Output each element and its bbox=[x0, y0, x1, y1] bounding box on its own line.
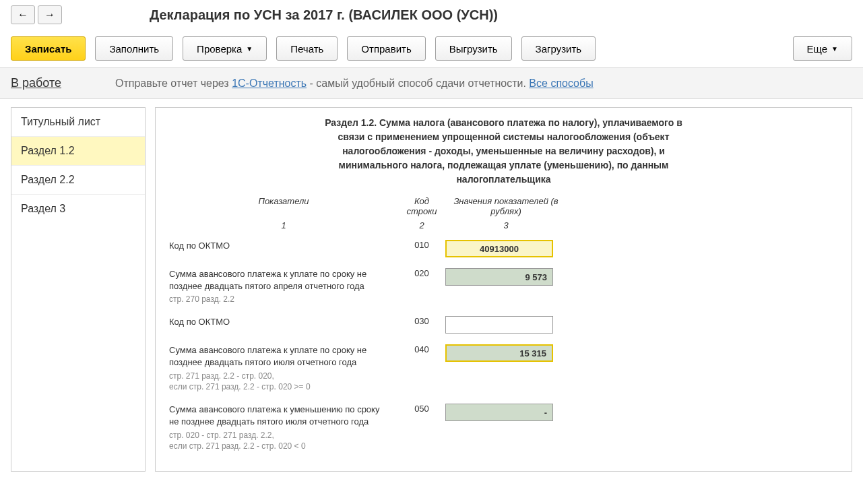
form-row: Код по ОКТМО01040913000 bbox=[169, 240, 838, 257]
value-field[interactable] bbox=[445, 316, 553, 334]
sidebar-item-section-1-2[interactable]: Раздел 1.2 bbox=[11, 137, 145, 166]
nav-forward-button[interactable]: → bbox=[38, 5, 62, 24]
send-button[interactable]: Отправить bbox=[347, 36, 425, 61]
row-label: Сумма авансового платежа к уплате по сро… bbox=[169, 268, 398, 305]
col-header-2: Код строки bbox=[398, 196, 445, 216]
row-label: Код по ОКТМО bbox=[169, 240, 398, 252]
status-label[interactable]: В работе bbox=[11, 76, 61, 90]
save-button[interactable]: Записать bbox=[11, 36, 86, 61]
row-label: Сумма авансового платежа к уплате по сро… bbox=[169, 344, 398, 393]
col-num-3: 3 bbox=[445, 220, 567, 230]
sidebar-item-section-2-2[interactable]: Раздел 2.2 bbox=[11, 166, 145, 195]
row-code: 050 bbox=[398, 404, 445, 414]
value-field[interactable]: 9 573 bbox=[445, 268, 553, 286]
page-title: Декларация по УСН за 2017 г. (ВАСИЛЕК ОО… bbox=[150, 7, 498, 23]
col-num-1: 1 bbox=[169, 220, 398, 230]
form-row: Сумма авансового платежа к уплате по сро… bbox=[169, 344, 838, 393]
form-row: Код по ОКТМО030 bbox=[169, 316, 838, 334]
col-header-1: Показатели bbox=[169, 196, 398, 216]
row-sublabel: стр. 270 разд. 2.2 bbox=[169, 294, 391, 305]
row-sublabel: стр. 271 разд. 2.2 - стр. 020, если стр.… bbox=[169, 371, 391, 393]
chevron-down-icon: ▼ bbox=[831, 45, 838, 53]
status-text: Отправьте отчет через 1С-Отчетность - са… bbox=[115, 77, 594, 90]
row-code: 020 bbox=[398, 268, 445, 278]
export-button[interactable]: Выгрузить bbox=[435, 36, 512, 61]
form-row: Сумма авансового платежа к уменьшению по… bbox=[169, 404, 838, 452]
link-1c-report[interactable]: 1С-Отчетность bbox=[232, 77, 307, 89]
sidebar: Титульный лист Раздел 1.2 Раздел 2.2 Раз… bbox=[11, 107, 146, 472]
row-code: 040 bbox=[398, 344, 445, 354]
sidebar-item-title[interactable]: Титульный лист bbox=[11, 108, 145, 137]
import-button[interactable]: Загрузить bbox=[521, 36, 596, 61]
row-label: Код по ОКТМО bbox=[169, 316, 398, 328]
main-panel: Раздел 1.2. Сумма налога (авансового пла… bbox=[155, 107, 852, 472]
chevron-down-icon: ▼ bbox=[246, 45, 253, 53]
row-code: 030 bbox=[398, 316, 445, 326]
row-label: Сумма авансового платежа к уменьшению по… bbox=[169, 404, 398, 452]
section-title: Раздел 1.2. Сумма налога (авансового пла… bbox=[322, 116, 686, 187]
form-row: Сумма авансового платежа к уплате по сро… bbox=[169, 268, 838, 305]
print-button[interactable]: Печать bbox=[276, 36, 338, 61]
check-button[interactable]: Проверка▼ bbox=[183, 36, 267, 61]
nav-back-button[interactable]: ← bbox=[11, 5, 35, 24]
link-all-methods[interactable]: Все способы bbox=[529, 77, 593, 89]
value-field[interactable]: - bbox=[445, 404, 553, 421]
more-button[interactable]: Еще▼ bbox=[793, 36, 852, 61]
row-sublabel: стр. 020 - стр. 271 разд. 2.2, если стр.… bbox=[169, 430, 391, 453]
row-code: 010 bbox=[398, 240, 445, 250]
value-field[interactable]: 40913000 bbox=[445, 240, 553, 257]
value-field[interactable]: 15 315 bbox=[445, 344, 553, 362]
col-num-2: 2 bbox=[398, 220, 445, 230]
col-header-3: Значения показателей (в рублях) bbox=[445, 196, 567, 216]
fill-button[interactable]: Заполнить bbox=[95, 36, 173, 61]
sidebar-item-section-3[interactable]: Раздел 3 bbox=[11, 195, 145, 223]
